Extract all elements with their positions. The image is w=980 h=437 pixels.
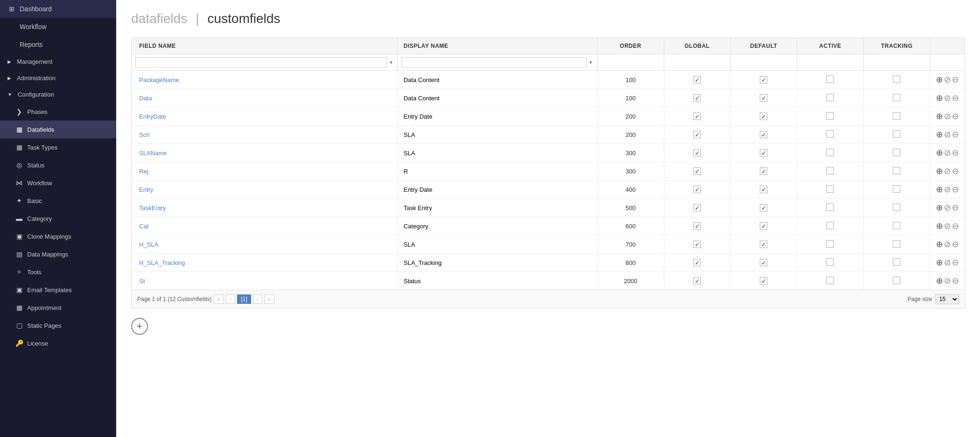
clone-mappings-icon: ▣ xyxy=(15,232,23,241)
sidebar-item-category[interactable]: ▬ Category xyxy=(0,210,116,227)
row-edit-button[interactable]: ⊘ xyxy=(944,184,951,195)
row-add-button[interactable]: ⊕ xyxy=(936,111,943,121)
row-edit-button[interactable]: ⊘ xyxy=(944,276,951,286)
field-name-link[interactable]: Rej xyxy=(139,168,148,175)
sidebar-item-reports[interactable]: Reports xyxy=(0,36,116,53)
sidebar-item-static-pages[interactable]: ▢ Static Pages xyxy=(0,316,116,334)
row-add-button[interactable]: ⊕ xyxy=(936,148,943,158)
field-name-link[interactable]: TaskEntry xyxy=(139,204,166,211)
sidebar-item-datafields[interactable]: ▦ Datafields xyxy=(0,121,116,138)
row-delete-button[interactable]: ⊖ xyxy=(952,166,959,176)
row-delete-button[interactable]: ⊖ xyxy=(952,129,959,140)
sidebar-item-label: Administration xyxy=(17,75,55,82)
row-add-button[interactable]: ⊕ xyxy=(936,203,943,213)
sidebar-item-management[interactable]: ▶ Management xyxy=(0,53,116,70)
row-add-button[interactable]: ⊕ xyxy=(936,129,943,140)
cell-global: ✓ xyxy=(664,162,730,181)
row-edit-button[interactable]: ⊘ xyxy=(944,257,951,268)
sidebar-item-label: Static Pages xyxy=(27,322,61,329)
sidebar-item-label: Data Mappings xyxy=(27,251,68,258)
row-add-button[interactable]: ⊕ xyxy=(936,166,943,176)
sidebar-item-dashboard[interactable]: ⊞ Dashboard xyxy=(0,0,116,18)
field-name-link[interactable]: EntryDate xyxy=(139,113,166,120)
row-edit-button[interactable]: ⊘ xyxy=(944,203,951,213)
cell-tracking xyxy=(863,181,930,199)
cell-field-name: EntryDate xyxy=(132,107,398,126)
sidebar-item-phases[interactable]: ❯ Phases xyxy=(0,103,116,121)
cell-field-name: H_SLA_Tracking xyxy=(132,254,398,272)
row-edit-button[interactable]: ⊘ xyxy=(944,239,951,249)
row-delete-button[interactable]: ⊖ xyxy=(952,93,959,103)
row-edit-button[interactable]: ⊘ xyxy=(944,148,951,158)
page-size-select[interactable]: 15 25 50 100 xyxy=(935,294,959,304)
row-edit-button[interactable]: ⊘ xyxy=(944,221,951,231)
cell-tracking xyxy=(863,217,930,235)
sidebar-item-data-mappings[interactable]: ▤ Data Mappings xyxy=(0,245,116,263)
row-add-button[interactable]: ⊕ xyxy=(936,75,943,85)
filter-default-cell xyxy=(730,54,797,71)
cell-default: ✓ xyxy=(730,107,797,126)
field-name-link[interactable]: Entry xyxy=(139,186,153,193)
row-delete-button[interactable]: ⊖ xyxy=(952,257,959,268)
sidebar-item-email-templates[interactable]: ▣ Email Templates xyxy=(0,281,116,299)
row-add-button[interactable]: ⊕ xyxy=(936,184,943,195)
row-add-button[interactable]: ⊕ xyxy=(936,239,943,249)
field-name-link[interactable]: Sch xyxy=(139,131,149,138)
row-edit-button[interactable]: ⊘ xyxy=(944,166,951,176)
cell-order: 200 xyxy=(597,107,664,126)
cell-order: 200 xyxy=(597,126,664,144)
filter-field-name-input[interactable] xyxy=(135,57,387,68)
cell-active xyxy=(797,89,863,107)
field-name-link[interactable]: H_SLA_Tracking xyxy=(139,259,185,266)
first-page-button[interactable]: « xyxy=(214,294,224,304)
field-name-link[interactable]: PackageName xyxy=(139,76,179,83)
cell-display-name: Category xyxy=(398,217,597,235)
row-edit-button[interactable]: ⊘ xyxy=(944,129,951,140)
sidebar-item-appointment[interactable]: ▦ Appointment xyxy=(0,299,116,316)
sidebar-item-status[interactable]: ◎ Status xyxy=(0,156,116,174)
cell-actions: ⊕ ⊘ ⊖ xyxy=(930,71,965,89)
row-delete-button[interactable]: ⊖ xyxy=(952,239,959,249)
sidebar-item-license[interactable]: 🔑 License xyxy=(0,334,116,352)
row-add-button[interactable]: ⊕ xyxy=(936,93,943,103)
add-record-button[interactable]: + xyxy=(131,318,148,335)
field-name-link[interactable]: H_SLA xyxy=(139,241,158,248)
field-name-link[interactable]: SLAName xyxy=(139,150,167,157)
field-name-link[interactable]: Cat xyxy=(139,223,148,230)
sidebar-item-configuration[interactable]: ▼ Configuration xyxy=(0,86,116,103)
row-add-button[interactable]: ⊕ xyxy=(936,276,943,286)
row-add-button[interactable]: ⊕ xyxy=(936,257,943,268)
row-add-button[interactable]: ⊕ xyxy=(936,221,943,231)
row-delete-button[interactable]: ⊖ xyxy=(952,111,959,121)
field-name-link[interactable]: Data xyxy=(139,95,152,102)
last-page-button[interactable]: » xyxy=(264,294,275,304)
row-delete-button[interactable]: ⊖ xyxy=(952,276,959,286)
pagination-left: Page 1 of 1 (12 Customfields) « ‹ [1] › … xyxy=(137,294,275,304)
filter-display-name-input[interactable] xyxy=(401,57,586,68)
field-name-link[interactable]: St xyxy=(139,278,145,285)
next-page-button[interactable]: › xyxy=(253,294,262,304)
row-edit-button[interactable]: ⊘ xyxy=(944,111,951,121)
sidebar-item-task-types[interactable]: ▦ Task Types xyxy=(0,138,116,156)
sidebar-item-basic[interactable]: ✦ Basic xyxy=(0,192,116,210)
prev-page-button[interactable]: ‹ xyxy=(226,294,235,304)
sidebar-item-clone-mappings[interactable]: ▣ Clone Mappings xyxy=(0,227,116,245)
current-page-button[interactable]: [1] xyxy=(237,294,251,304)
cell-global: ✓ xyxy=(664,199,730,217)
filter-field-name-icon[interactable]: ▼ xyxy=(389,60,394,65)
sidebar-item-workflow-sub[interactable]: ⋈ Workflow xyxy=(0,174,116,192)
sidebar-item-label: Management xyxy=(17,58,52,65)
row-edit-button[interactable]: ⊘ xyxy=(944,75,951,85)
row-delete-button[interactable]: ⊖ xyxy=(952,203,959,213)
cell-tracking xyxy=(863,162,930,181)
row-delete-button[interactable]: ⊖ xyxy=(952,148,959,158)
sidebar-item-administration[interactable]: ▶ Administration xyxy=(0,70,116,86)
row-delete-button[interactable]: ⊖ xyxy=(952,75,959,85)
sidebar-item-tools[interactable]: ✧ Tools xyxy=(0,263,116,281)
filter-display-name-icon[interactable]: ▼ xyxy=(588,60,594,65)
row-edit-button[interactable]: ⊘ xyxy=(944,93,951,103)
row-delete-button[interactable]: ⊖ xyxy=(952,221,959,231)
sidebar-item-workflow-top[interactable]: Workflow xyxy=(0,18,116,36)
cell-global: ✓ xyxy=(664,235,730,254)
row-delete-button[interactable]: ⊖ xyxy=(952,184,959,195)
